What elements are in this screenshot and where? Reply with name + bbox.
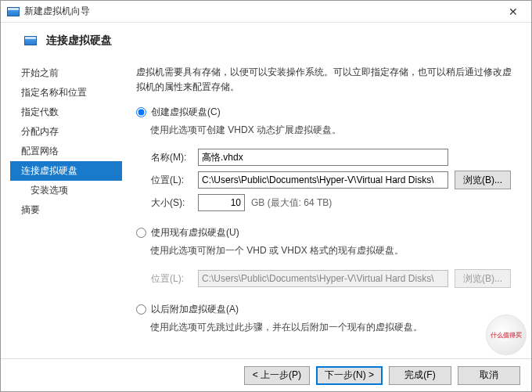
radio-create-vhd-label: 创建虚拟硬盘(C) — [151, 106, 221, 119]
radio-attach-later[interactable] — [136, 304, 146, 315]
content-pane: 虚拟机需要具有存储，以便可以安装操作系统。可以立即指定存储，也可以稍后通过修改虚… — [122, 56, 531, 351]
close-icon[interactable]: ✕ — [501, 5, 525, 18]
option-attach-later: 以后附加虚拟硬盘(A) 使用此选项可先跳过此步骤，并在以后附加一个现有的虚拟硬盘… — [136, 303, 514, 334]
create-vhd-desc: 使用此选项可创建 VHDX 动态扩展虚拟硬盘。 — [150, 124, 514, 137]
size-hint: GB (最大值: 64 TB) — [251, 196, 332, 210]
window-title: 新建虚拟机向导 — [24, 5, 90, 18]
finish-button[interactable]: 完成(F) — [389, 366, 451, 385]
radio-use-existing-label: 使用现有虚拟硬盘(U) — [151, 226, 239, 239]
intro-text: 虚拟机需要具有存储，以便可以安装操作系统。可以立即指定存储，也可以稍后通过修改虚… — [136, 65, 514, 95]
existing-browse-button: 浏览(B)... — [455, 269, 511, 288]
wizard-window: 新建虚拟机向导 ✕ 连接虚拟硬盘 开始之前 指定名称和位置 指定代数 分配内存 … — [0, 0, 532, 392]
name-label: 名称(M): — [151, 151, 192, 164]
nav-memory[interactable]: 分配内存 — [16, 122, 122, 142]
existing-location-input — [198, 270, 448, 287]
wizard-nav: 开始之前 指定名称和位置 指定代数 分配内存 配置网络 连接虚拟硬盘 安装选项 … — [1, 56, 122, 351]
location-input[interactable] — [198, 171, 448, 189]
footer: < 上一步(P) 下一步(N) > 完成(F) 取消 — [1, 358, 531, 391]
nav-connect-vhd[interactable]: 连接虚拟硬盘 — [10, 161, 122, 181]
existing-location-label: 位置(L): — [151, 272, 192, 286]
location-label: 位置(L): — [151, 174, 192, 187]
option-use-existing: 使用现有虚拟硬盘(U) 使用此选项可附加一个 VHD 或 VHDX 格式的现有虚… — [136, 226, 514, 293]
radio-use-existing[interactable] — [136, 228, 146, 238]
prev-button[interactable]: < 上一步(P) — [244, 366, 310, 385]
nav-install-options[interactable]: 安装选项 — [16, 181, 122, 200]
name-input[interactable] — [198, 149, 448, 166]
nav-network[interactable]: 配置网络 — [16, 142, 122, 161]
nav-before-begin[interactable]: 开始之前 — [16, 63, 122, 83]
nav-summary[interactable]: 摘要 — [16, 200, 122, 220]
title-bar: 新建虚拟机向导 ✕ — [1, 1, 531, 23]
size-label: 大小(S): — [151, 196, 192, 210]
page-icon — [24, 36, 37, 45]
radio-attach-later-label: 以后附加虚拟硬盘(A) — [151, 303, 239, 316]
app-icon — [7, 7, 20, 16]
nav-generation[interactable]: 指定代数 — [16, 102, 122, 122]
nav-name-location[interactable]: 指定名称和位置 — [16, 83, 122, 102]
attach-later-desc: 使用此选项可先跳过此步骤，并在以后附加一个现有的虚拟硬盘。 — [150, 321, 514, 334]
next-button[interactable]: 下一步(N) > — [316, 366, 383, 385]
use-existing-desc: 使用此选项可附加一个 VHD 或 VHDX 格式的现有虚拟硬盘。 — [150, 244, 514, 257]
size-input[interactable] — [198, 194, 245, 211]
page-header: 连接虚拟硬盘 — [1, 23, 531, 56]
browse-button[interactable]: 浏览(B)... — [455, 171, 511, 189]
cancel-button[interactable]: 取消 — [458, 366, 520, 385]
page-title: 连接虚拟硬盘 — [46, 34, 112, 48]
option-create-vhd: 创建虚拟硬盘(C) 使用此选项可创建 VHDX 动态扩展虚拟硬盘。 名称(M):… — [136, 106, 514, 217]
radio-create-vhd[interactable] — [136, 107, 146, 117]
